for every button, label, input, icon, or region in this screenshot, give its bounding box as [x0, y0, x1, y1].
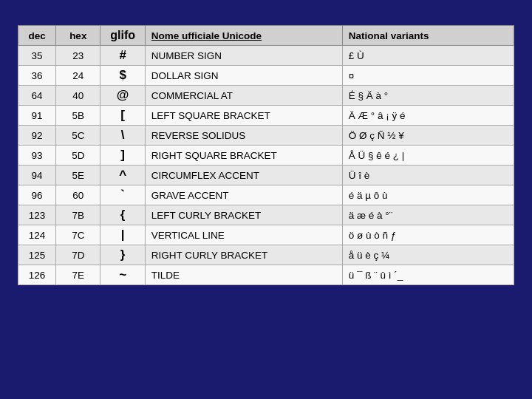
- col-header-national-variants: National variants: [342, 26, 514, 46]
- table-row: 935D]RIGHT SQUARE BRACKETÅ Ü § ê é ¿ |: [18, 146, 514, 166]
- table-row: 1267E~TILDEü ¯ ß ¨ û ì ´_: [18, 265, 514, 285]
- col-header-dec: dec: [18, 26, 56, 46]
- table-row: 3523#NUMBER SIGN£ Ù: [18, 46, 514, 66]
- table-row: 9660`GRAVE ACCENTé ä µ ô ù: [18, 185, 514, 205]
- col-header-nome-ufficiale-unicode: Nome ufficiale Unicode: [145, 26, 342, 46]
- table-row: 6440@COMMERCIAL ATÉ § Ä à °: [18, 86, 514, 106]
- ascii-table: dechexglifoNome ufficiale UnicodeNationa…: [18, 25, 514, 285]
- col-header-hex: hex: [56, 26, 100, 46]
- col-header-glifo: glifo: [100, 26, 145, 46]
- table-row: 1257D}RIGHT CURLY BRACKETå ü è ç ¼: [18, 245, 514, 265]
- table-row: 1247C|VERTICAL LINEö ø ù ò ñ ƒ: [18, 225, 514, 245]
- table-row: 945E^CIRCUMFLEX ACCENTÜ î è: [18, 166, 514, 185]
- table-row: 915B[LEFT SQUARE BRACKETÄ Æ ° â ¡ ÿ é: [18, 106, 514, 126]
- table-row: 3624$DOLLAR SIGN¤: [18, 66, 514, 86]
- table-row: 925C\REVERSE SOLIDUSÖ Ø ç Ñ ½ ¥: [18, 126, 514, 146]
- table-row: 1237B{LEFT CURLY BRACKETä æ é à °¨: [18, 205, 514, 225]
